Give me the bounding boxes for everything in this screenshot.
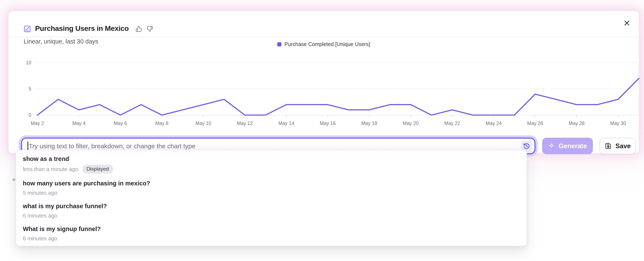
history-item-time: less than a minute ago: [23, 166, 78, 173]
page: Purchasing Users in Mexico Linear, uniqu…: [0, 0, 644, 261]
history-item-time: 5 minutes ago: [23, 189, 57, 196]
svg-text:May 6: May 6: [114, 121, 127, 126]
svg-text:May 18: May 18: [361, 121, 377, 126]
svg-text:May 28: May 28: [568, 121, 584, 126]
svg-text:May 14: May 14: [278, 121, 294, 126]
background-plus-glyph: +: [12, 176, 16, 184]
history-dropdown: show as a trend less than a minute ago D…: [16, 150, 527, 246]
save-icon: [605, 142, 612, 150]
save-label: Save: [616, 142, 631, 150]
line-chart: 0510May 2May 4May 6May 8May 10May 12May …: [8, 11, 644, 138]
svg-text:May 12: May 12: [237, 121, 253, 126]
svg-text:May 26: May 26: [527, 121, 543, 126]
history-item-title: show as a trend: [23, 155, 520, 163]
sparkle-icon: [548, 143, 555, 149]
history-item-time: 6 minutes ago: [23, 212, 57, 219]
svg-text:May 16: May 16: [320, 121, 336, 126]
text-caret: [28, 141, 28, 150]
history-item-title: What is my signup funnel?: [23, 225, 520, 233]
history-item[interactable]: show as a trend less than a minute ago D…: [16, 152, 526, 176]
svg-text:5: 5: [28, 86, 31, 92]
svg-text:May 24: May 24: [486, 121, 502, 126]
chart-card: Purchasing Users in Mexico Linear, uniqu…: [8, 11, 639, 153]
history-item-title: what is my purchase funnel?: [23, 202, 520, 210]
history-item-time: 6 minutes ago: [23, 235, 57, 242]
history-item-title: how many users are purchasing in mexico?: [23, 180, 520, 188]
history-item-subrow: 5 minutes ago: [23, 189, 520, 196]
svg-text:May 20: May 20: [403, 121, 418, 126]
svg-text:May 22: May 22: [444, 121, 460, 126]
history-item-subrow: less than a minute ago Displayed: [23, 165, 520, 174]
svg-text:May 10: May 10: [195, 121, 211, 126]
history-item-subrow: 6 minutes ago: [23, 235, 520, 242]
svg-text:May 30: May 30: [610, 121, 626, 126]
displayed-badge: Displayed: [82, 165, 113, 174]
svg-text:May 8: May 8: [155, 121, 168, 126]
save-button[interactable]: Save: [600, 138, 636, 154]
history-item[interactable]: What is my signup funnel? 6 minutes ago: [16, 222, 526, 245]
history-item[interactable]: how many users are purchasing in mexico?…: [16, 176, 526, 199]
history-item[interactable]: what is my purchase funnel? 6 minutes ag…: [16, 199, 526, 222]
svg-text:0: 0: [28, 112, 31, 118]
svg-text:May 2: May 2: [31, 121, 44, 126]
svg-text:May 4: May 4: [72, 121, 86, 126]
history-icon: [523, 143, 530, 149]
history-item-subrow: 6 minutes ago: [23, 212, 520, 219]
svg-text:10: 10: [26, 60, 31, 65]
generate-label: Generate: [559, 142, 587, 150]
generate-button[interactable]: Generate: [542, 138, 593, 154]
